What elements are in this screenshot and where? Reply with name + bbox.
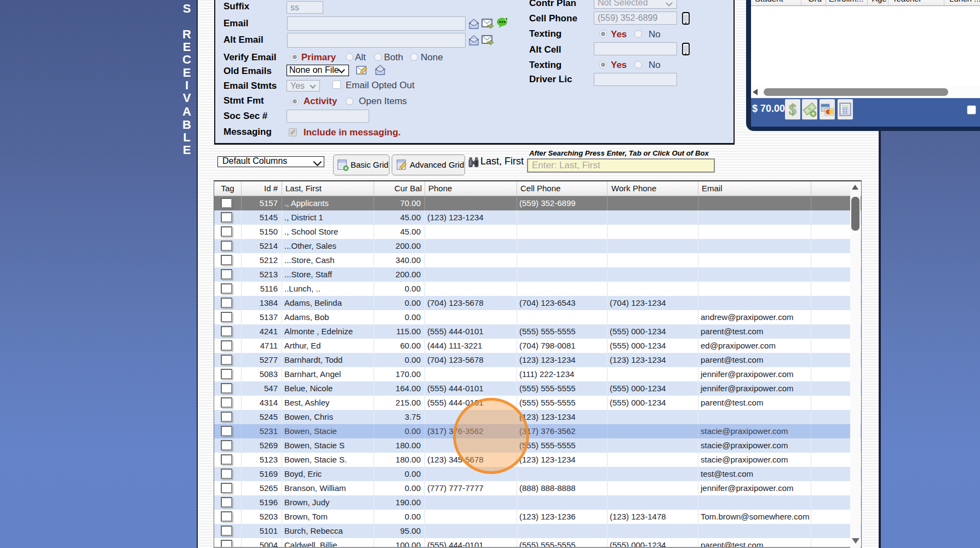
svg-text:$: $ <box>789 101 796 118</box>
